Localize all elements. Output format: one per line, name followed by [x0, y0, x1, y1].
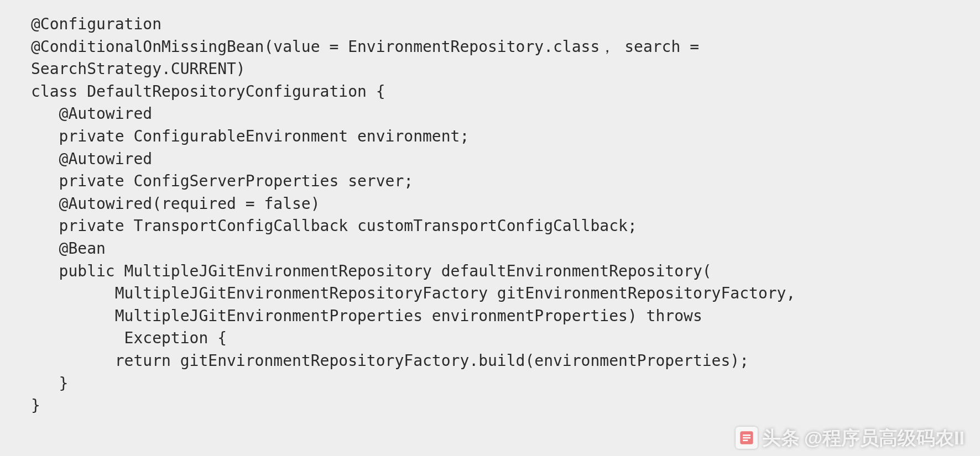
- svg-rect-1: [743, 435, 750, 437]
- code-content: @Configuration @ConditionalOnMissingBean…: [31, 15, 795, 415]
- toutiao-icon: [736, 427, 758, 449]
- watermark-prefix: 头条: [762, 424, 800, 452]
- watermark: 头条 @程序员高级码农II: [736, 424, 965, 452]
- code-block: @Configuration @ConditionalOnMissingBean…: [31, 13, 949, 417]
- svg-rect-3: [743, 440, 748, 442]
- watermark-handle: @程序员高级码农II: [804, 424, 965, 452]
- svg-rect-0: [740, 432, 753, 444]
- svg-rect-2: [743, 437, 750, 439]
